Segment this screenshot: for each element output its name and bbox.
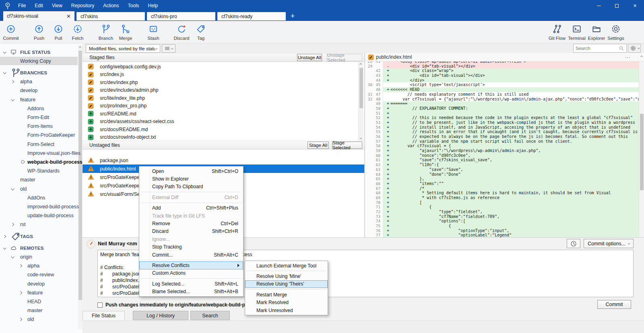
- stage-all-button[interactable]: Stage All: [308, 142, 329, 149]
- staged-file-row[interactable]: src/dev/index.php: [83, 78, 364, 86]
- chevron-down-icon[interactable]: [11, 187, 14, 190]
- chevron-right-icon[interactable]: [19, 318, 22, 321]
- menubar-item-tools[interactable]: Tools: [124, 0, 144, 11]
- submenu-item-mark-resolved[interactable]: Mark Resolved: [245, 299, 328, 306]
- push-immediately-checkbox[interactable]: [97, 302, 103, 308]
- staged-scrollbar-thumb[interactable]: [359, 68, 363, 108]
- repo-tab-cf7skins-ready[interactable]: cf7skins-ready: [217, 12, 286, 21]
- toolbar-merge[interactable]: Merge: [114, 23, 137, 41]
- sidebar-item-head[interactable]: HEAD: [0, 297, 78, 306]
- chevron-down-icon[interactable]: [3, 71, 6, 74]
- sidebar-item-tags[interactable]: TAGS: [0, 232, 78, 240]
- staged-file-row[interactable]: config/webpack.config.dev.js: [83, 63, 364, 71]
- search-field[interactable]: [573, 44, 627, 53]
- context-menu-item-resolve-conflicts[interactable]: Resolve Conflicts: [139, 261, 243, 269]
- staged-file-row[interactable]: src/lite/index_lite.php: [83, 94, 364, 102]
- sidebar-item-file-status[interactable]: FILE STATUS: [0, 48, 78, 56]
- menubar-item-help[interactable]: Help: [144, 0, 163, 11]
- chevron-down-icon[interactable]: [11, 255, 14, 258]
- staged-file-row[interactable]: src/dev/assets/css/react-select.css: [83, 118, 364, 126]
- chevron-right-icon[interactable]: [3, 234, 6, 238]
- sidebar-item-form-select[interactable]: Form-Select: [0, 140, 78, 148]
- diff-settings-button[interactable]: [628, 44, 641, 53]
- sidebar-item-form-items[interactable]: Form-Items: [0, 122, 78, 131]
- unstage-all-button[interactable]: Unstage All: [297, 54, 322, 61]
- sidebar-scrollbar[interactable]: [78, 45, 83, 329]
- new-tab-button[interactable]: +: [288, 12, 297, 21]
- submenu-item-launch-external-merge-tool[interactable]: Launch External Merge Tool: [245, 262, 328, 269]
- menubar-item-view[interactable]: View: [47, 0, 67, 11]
- staged-file-row[interactable]: src/README.md: [83, 110, 364, 118]
- sidebar-item-form-edit[interactable]: Form-Edit: [0, 113, 78, 121]
- commit-button[interactable]: Commit: [597, 300, 631, 309]
- staged-list-scrollbar[interactable]: [358, 62, 363, 141]
- diff-scrollbar-thumb[interactable]: [640, 114, 644, 190]
- context-menu-item-remove[interactable]: RemoveCtrl+Del: [139, 220, 243, 227]
- context-menu-item-show-in-explorer[interactable]: Show in Explorer: [139, 175, 243, 183]
- tab-log-history[interactable]: Log / History: [133, 311, 188, 320]
- sidebar-item-origin[interactable]: origin: [0, 253, 78, 261]
- minimize-button[interactable]: [590, 0, 608, 11]
- menubar-item-file[interactable]: File: [14, 0, 30, 11]
- sidebar-item-working-copy[interactable]: Working Copy: [0, 57, 78, 65]
- commit-options-button[interactable]: Commit options...: [584, 239, 634, 248]
- sidebar-item-code-review[interactable]: code-review: [0, 271, 78, 279]
- sidebar-item-develop[interactable]: develop: [0, 280, 78, 288]
- sidebar-scrollbar-thumb[interactable]: [78, 51, 82, 300]
- submenu-item-resolve-using-mine-[interactable]: Resolve Using 'Mine': [245, 272, 328, 280]
- sidebar-item-improved-build-process[interactable]: improved-build-process: [0, 202, 78, 211]
- submenu-item-restart-merge[interactable]: Restart Merge: [245, 291, 328, 298]
- context-menu-item-copy-path-to-clipboard[interactable]: Copy Path To Clipboard: [139, 183, 243, 191]
- context-menu-item-custom-actions[interactable]: Custom Actions: [139, 269, 243, 277]
- sidebar-item-update-build-process[interactable]: update-build-process: [0, 212, 78, 220]
- sidebar-item-old[interactable]: old: [0, 185, 78, 193]
- sidebar-item-master[interactable]: master: [0, 176, 78, 184]
- sidebar-item-alpha[interactable]: alpha: [0, 262, 78, 270]
- staged-file-row[interactable]: src/pro/index_pro.php: [83, 102, 364, 110]
- toolbar-stash[interactable]: Stash: [142, 23, 165, 41]
- unstaged-file-row[interactable]: package.json: [83, 156, 364, 164]
- menubar-item-edit[interactable]: Edit: [30, 0, 47, 11]
- menubar-item-actions[interactable]: Actions: [99, 0, 123, 11]
- chevron-right-icon[interactable]: [19, 291, 22, 294]
- sidebar-item-remotes[interactable]: REMOTES: [0, 244, 78, 252]
- chevron-down-icon[interactable]: [3, 246, 6, 249]
- sidebar-item-develop[interactable]: develop: [0, 86, 78, 95]
- chevron-right-icon[interactable]: [19, 264, 22, 267]
- submenu-item-mark-unresolved[interactable]: Mark Unresolved: [245, 306, 328, 314]
- chevron-right-icon[interactable]: [11, 80, 14, 83]
- context-menu-item-discard[interactable]: DiscardShift+Ctrl+R: [139, 228, 243, 235]
- submenu-item-resolve-using-theirs-[interactable]: Resolve Using 'Theirs': [245, 280, 328, 288]
- context-menu-item-stop-tracking[interactable]: Stop Tracking: [139, 243, 243, 251]
- sidebar-item-master[interactable]: master: [0, 306, 78, 315]
- sidebar-item-rst[interactable]: rst: [0, 220, 78, 229]
- chevron-right-icon[interactable]: [11, 223, 14, 226]
- context-menu-item-log-selected-[interactable]: Log Selected...Shift+Alt+L: [139, 280, 243, 288]
- diff-scrollbar[interactable]: [639, 62, 644, 237]
- repo-tab-cf7skins-visual[interactable]: cf7skins-visual✕: [3, 11, 74, 21]
- chevron-down-icon[interactable]: [3, 50, 6, 53]
- sidebar-item-wp-standards[interactable]: WP-Standards: [0, 167, 78, 175]
- close-button[interactable]: ×: [626, 0, 644, 11]
- context-menu-item-open[interactable]: OpenShift+Ctrl+O: [139, 167, 243, 175]
- chevron-down-icon[interactable]: [11, 98, 14, 101]
- repo-tab-cf7skins-pro[interactable]: cf7skins-pro: [147, 12, 215, 21]
- repo-tab-cf7skins[interactable]: cf7skins: [76, 12, 145, 21]
- staged-file-row[interactable]: src/docs/rowInfo-object.txt: [83, 134, 364, 142]
- sidebar-item-feature[interactable]: feature: [0, 95, 78, 104]
- sidebar-item-addons[interactable]: Addons: [0, 104, 78, 113]
- search-input[interactable]: [576, 46, 619, 51]
- menubar-item-repository[interactable]: Repository: [67, 0, 99, 11]
- message-history-button[interactable]: [567, 239, 580, 248]
- stage-selected-button[interactable]: Stage Selected: [332, 142, 362, 149]
- sidebar-item-old[interactable]: old: [0, 315, 78, 324]
- close-tab-icon[interactable]: ✕: [66, 13, 71, 19]
- staged-file-row[interactable]: src/docs/README.md: [83, 125, 364, 134]
- sidebar-item-form-progatekeeper[interactable]: Form-ProGateKeeper: [0, 131, 78, 140]
- toolbar-commit[interactable]: Commit: [0, 23, 23, 41]
- staged-file-row[interactable]: src/index.js: [83, 71, 364, 79]
- file-sort-dropdown[interactable]: Modified files, sorted by file status: [86, 44, 160, 53]
- context-menu-item-blame-selected-[interactable]: Blame Selected...Shift+Alt+B: [139, 288, 243, 295]
- sidebar-item-improve-visual-json-files[interactable]: Improve-visual.json-files: [0, 149, 78, 157]
- unstage-selected-button[interactable]: Unstage Selected: [327, 54, 362, 61]
